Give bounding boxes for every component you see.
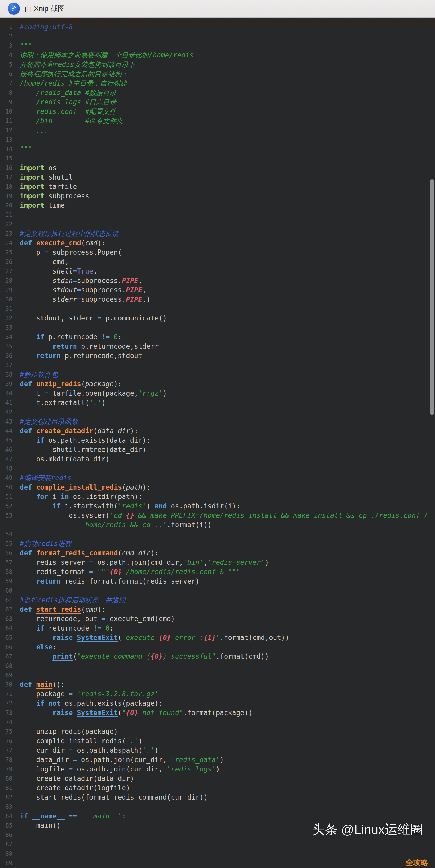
line-number: 38 (0, 370, 20, 379)
code-text: home/redis && cd ..'.format(i)) (20, 520, 435, 529)
code-line: 50def complie_install_redis(path): (0, 483, 435, 492)
vertical-scrollbar-thumb[interactable] (430, 179, 434, 415)
code-line: 1#coding:utf-8 (0, 22, 435, 32)
code-line: 35 return p.returncode,stderr (0, 342, 435, 351)
code-text (20, 529, 435, 539)
code-text: raise SystemExit("{0} not found".format(… (20, 708, 435, 717)
code-line: 66 else: (0, 642, 435, 652)
code-text: for i in os.listdir(path): (20, 492, 435, 501)
code-line: 82 start_redis(format_redis_command(cur_… (0, 793, 435, 802)
code-line: 10 redis.conf #配置文件 (0, 107, 435, 116)
code-line: 26 cmd, (0, 257, 435, 267)
code-line: 14""" (0, 144, 435, 154)
line-number: 36 (0, 351, 20, 361)
code-line: 55#启动redis进程 (0, 539, 435, 548)
line-number: 21 (0, 210, 20, 219)
line-number: 34 (0, 332, 20, 342)
line-number: 27 (0, 267, 20, 276)
line-number: 5 (0, 60, 20, 69)
line-number: 28 (0, 276, 20, 285)
code-line: 43#定义创建目录函数 (0, 417, 435, 426)
code-line: 69 (0, 671, 435, 680)
code-line: 3""" (0, 41, 435, 50)
code-line: 46 shutil.rmtree(data_dir) (0, 445, 435, 454)
code-text: def complie_install_redis(path): (20, 483, 435, 492)
code-line: home/redis && cd ..'.format(i)) (0, 520, 435, 529)
title-bar: ✂ 由 Xnip 截图 (0, 0, 435, 18)
code-text: #编译安装redis (20, 473, 435, 483)
line-number: 79 (0, 765, 20, 774)
code-text: #解压软件包 (20, 370, 435, 379)
line-number: 59 (0, 577, 20, 586)
code-line: 16import os (0, 163, 435, 173)
code-text: if os.path.exists(data_dir): (20, 436, 435, 445)
code-text: #coding:utf-8 (20, 22, 435, 32)
line-number: 50 (0, 483, 20, 492)
line-number: 74 (0, 717, 20, 727)
code-text (20, 210, 435, 219)
code-line: 84if __name__ == '__main__': (0, 811, 435, 821)
watermark-toutiao: 头条 @Linux运维圈 (312, 821, 423, 838)
line-number: 25 (0, 248, 20, 257)
line-number: 17 (0, 173, 20, 182)
gutter-separator (20, 19, 20, 868)
code-line: 38#解压软件包 (0, 370, 435, 379)
code-text: def unzip_redis(package): (20, 379, 435, 389)
code-text: redis.conf #配置文件 (20, 107, 435, 116)
code-line: 51 for i in os.listdir(path): (0, 492, 435, 501)
line-number: 64 (0, 623, 20, 633)
code-text (20, 464, 435, 473)
line-number: 46 (0, 445, 20, 454)
line-number: 70 (0, 680, 20, 689)
code-text: return redis_format.format(redis_server) (20, 577, 435, 586)
code-line: 89 (0, 858, 435, 868)
code-line: 39def unzip_redis(package): (0, 379, 435, 389)
code-line: 29 stdout=subprocess.PIPE, (0, 285, 435, 294)
code-editor[interactable]: 1#coding:utf-823"""4说明：使用脚本之前需要创建一个目录比如/… (0, 19, 435, 868)
code-text: cur_dir = os.path.abspath('.') (20, 746, 435, 755)
code-text: create_datadir(data_dir) (20, 774, 435, 783)
code-text: stderr=subprocess.PIPE,) (20, 294, 435, 304)
line-number: 76 (0, 736, 20, 746)
code-text: #启动redis进程 (20, 539, 435, 548)
code-line: 67 print("execute command ({0}) successf… (0, 652, 435, 661)
code-line: 62def start_redis(cmd): (0, 605, 435, 614)
code-text: /home/redis #主目录，自行创建 (20, 79, 435, 88)
line-number: 23 (0, 229, 20, 238)
code-line: 6最终程序执行完成之后的目录结构： (0, 69, 435, 79)
line-number: 57 (0, 558, 20, 567)
code-text (20, 154, 435, 163)
line-number: 68 (0, 661, 20, 671)
code-line: 88 (0, 849, 435, 858)
code-text: returncode, out = execute_cmd(cmd) (20, 614, 435, 623)
line-number: 45 (0, 436, 20, 445)
line-number: 32 (0, 313, 20, 323)
code-line: 74 (0, 717, 435, 727)
code-text: cmd, (20, 257, 435, 267)
code-text: shutil.rmtree(data_dir) (20, 445, 435, 454)
line-number: 81 (0, 783, 20, 793)
code-line: 61#监控redis进程启动状态，并返回 (0, 595, 435, 605)
code-text (20, 32, 435, 41)
code-line: 58 redis_format = """{0} /home/redis/red… (0, 567, 435, 577)
line-number: 72 (0, 699, 20, 708)
code-text: import tarfile (20, 182, 435, 191)
window-title: 由 Xnip 截图 (25, 4, 65, 13)
code-line: 54 (0, 529, 435, 539)
code-text (20, 849, 435, 858)
code-text: def start_redis(cmd): (20, 605, 435, 614)
code-line: 45 if os.path.exists(data_dir): (0, 436, 435, 445)
code-text: raise SystemExit('execute {0} error :{1}… (20, 633, 435, 642)
code-text: stdout, stderr = p.communicate() (20, 313, 435, 323)
code-text: def execute_cmd(cmd): (20, 238, 435, 248)
code-line: 56def format_redis_command(cmd_dir): (0, 548, 435, 558)
code-text (20, 407, 435, 417)
line-number: 43 (0, 417, 20, 426)
code-text: else: (20, 642, 435, 652)
code-text: """ (20, 144, 435, 154)
code-line: 47 os.mkdir(data_dir) (0, 454, 435, 464)
line-number: 8 (0, 88, 20, 97)
code-line: 72 if not os.path.exists(package): (0, 699, 435, 708)
code-text: import os (20, 163, 435, 173)
code-line: 37 (0, 361, 435, 370)
